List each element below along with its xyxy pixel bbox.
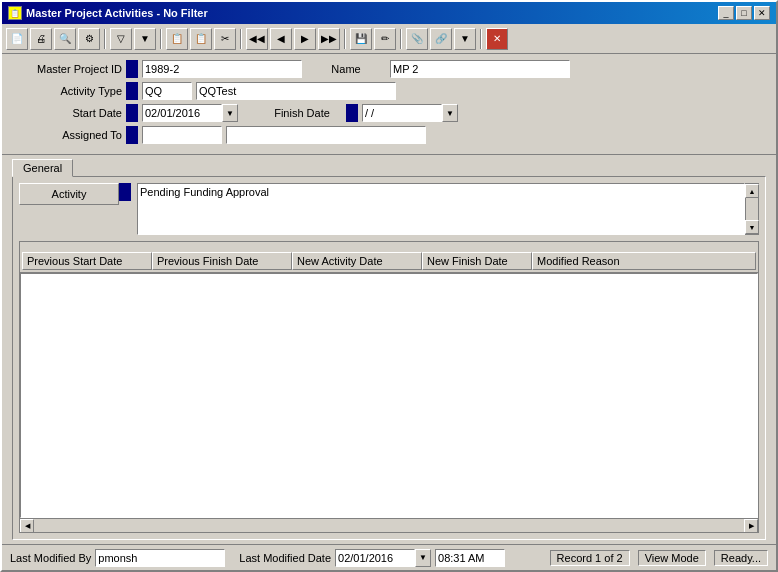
activity-type-label: Activity Type [12,85,122,97]
scroll-up-arrow[interactable]: ▲ [745,184,759,198]
status-bar: Last Modified By Last Modified Date ▼ Re… [2,544,776,570]
activity-button[interactable]: Activity [19,183,119,205]
tab-general[interactable]: General [12,159,73,177]
start-date-dropdown[interactable]: ▼ [222,104,238,122]
toolbar-save-btn[interactable]: 💾 [350,28,372,50]
toolbar-sep-3 [240,29,242,49]
finish-date-input[interactable] [362,104,442,122]
toolbar-sep-1 [104,29,106,49]
assigned-to-code-input[interactable] [142,126,222,144]
maximize-button[interactable]: □ [736,6,752,20]
toolbar-attach-btn[interactable]: 📎 [406,28,428,50]
content-area: General Activity Pending Funding Approva… [2,155,776,544]
name-label: Name [306,63,386,75]
start-date-label: Start Date [12,107,122,119]
horizontal-scrollbar[interactable]: ◀ ▶ [20,518,758,532]
toolbar-new-btn[interactable]: 📄 [6,28,28,50]
th-prev-finish: Previous Finish Date [152,252,292,270]
toolbar-copy-btn[interactable]: 📋 [166,28,188,50]
activity-type-code-input[interactable] [142,82,192,100]
tab-content: Activity Pending Funding Approval ▲ ▼ Da… [12,176,766,540]
toolbar-sep-5 [400,29,402,49]
date-row: Start Date ▼ Finish Date ▼ [12,104,766,122]
activity-type-indicator [126,82,138,100]
toolbar-link-btn[interactable]: 🔗 [430,28,452,50]
title-bar: 📋 Master Project Activities - No Filter … [2,2,776,24]
toolbar-action-btn[interactable]: ▼ [454,28,476,50]
activity-type-desc-input[interactable] [196,82,396,100]
toolbar-search-btn[interactable]: 🔍 [54,28,76,50]
scroll-left-arrow[interactable]: ◀ [20,519,34,533]
toolbar-last-btn[interactable]: ▶▶ [318,28,340,50]
toolbar-cut-btn[interactable]: ✂ [214,28,236,50]
toolbar-close-btn[interactable]: ✕ [486,28,508,50]
date-change-history-group: Date Change History Previous Start Date … [19,241,759,533]
toolbar-sep-4 [344,29,346,49]
th-new-activity: New Activity Date [292,252,422,270]
toolbar-sep-6 [480,29,482,49]
minimize-button[interactable]: _ [718,6,734,20]
finish-date-indicator [346,104,358,122]
title-buttons: _ □ ✕ [718,6,770,20]
master-project-id-input[interactable] [142,60,302,78]
toolbar-prev-btn[interactable]: ◀ [270,28,292,50]
master-project-row: Master Project ID Name [12,60,766,78]
finish-date-dropdown[interactable]: ▼ [442,104,458,122]
tab-bar: General [12,159,766,176]
finish-date-wrapper: ▼ [362,104,458,122]
activity-type-row: Activity Type [12,82,766,100]
last-modified-date-dropdown[interactable]: ▼ [415,549,431,567]
record-info: Record 1 of 2 [550,550,630,566]
status-ready: Ready... [714,550,768,566]
assigned-to-indicator [126,126,138,144]
activity-textarea[interactable]: Pending Funding Approval [137,183,745,235]
toolbar-first-btn[interactable]: ◀◀ [246,28,268,50]
table-body[interactable] [20,273,758,518]
table-header: Previous Start Date Previous Finish Date… [20,250,758,273]
last-modified-by-label: Last Modified By [10,552,91,564]
last-modified-date-wrapper: ▼ [335,549,431,567]
title-bar-left: 📋 Master Project Activities - No Filter [8,6,208,20]
start-date-input[interactable] [142,104,222,122]
activity-row: Activity Pending Funding Approval ▲ ▼ [19,183,759,235]
th-prev-start: Previous Start Date [22,252,152,270]
th-new-finish: New Finish Date [422,252,532,270]
activity-textarea-wrapper: Pending Funding Approval ▲ ▼ [137,183,759,235]
toolbar-gear-btn[interactable]: ⚙ [78,28,100,50]
toolbar-filter-drop-btn[interactable]: ▼ [134,28,156,50]
main-window: 📋 Master Project Activities - No Filter … [0,0,778,572]
window-title: Master Project Activities - No Filter [26,7,208,19]
master-project-id-label: Master Project ID [12,63,122,75]
toolbar-edit-btn[interactable]: ✏ [374,28,396,50]
activity-indicator [119,183,131,201]
window-icon: 📋 [8,6,22,20]
last-modified-by-input[interactable] [95,549,225,567]
last-modified-date-label: Last Modified Date [239,552,331,564]
finish-date-label: Finish Date [262,107,342,119]
toolbar-filter-btn[interactable]: ▽ [110,28,132,50]
assigned-to-row: Assigned To [12,126,766,144]
form-area: Master Project ID Name Activity Type Sta… [2,54,776,155]
scroll-down-arrow[interactable]: ▼ [745,220,759,234]
name-input[interactable] [390,60,570,78]
scroll-track-h [34,519,744,533]
toolbar-next-btn[interactable]: ▶ [294,28,316,50]
th-modified-reason: Modified Reason [532,252,756,270]
activity-scrollbar[interactable]: ▲ ▼ [745,183,759,235]
scroll-right-arrow[interactable]: ▶ [744,519,758,533]
assigned-to-name-input[interactable] [226,126,426,144]
master-project-id-indicator [126,60,138,78]
toolbar-print-btn[interactable]: 🖨 [30,28,52,50]
last-modified-time-input[interactable] [435,549,505,567]
status-right: Record 1 of 2 View Mode Ready... [550,550,768,566]
start-date-wrapper: ▼ [142,104,238,122]
start-date-indicator [126,104,138,122]
toolbar-sep-2 [160,29,162,49]
assigned-to-label: Assigned To [12,129,122,141]
last-modified-date-input[interactable] [335,549,415,567]
view-mode-label: View Mode [638,550,706,566]
toolbar-paste-btn[interactable]: 📋 [190,28,212,50]
close-button[interactable]: ✕ [754,6,770,20]
toolbar: 📄 🖨 🔍 ⚙ ▽ ▼ 📋 📋 ✂ ◀◀ ◀ ▶ ▶▶ 💾 ✏ 📎 🔗 ▼ ✕ [2,24,776,54]
